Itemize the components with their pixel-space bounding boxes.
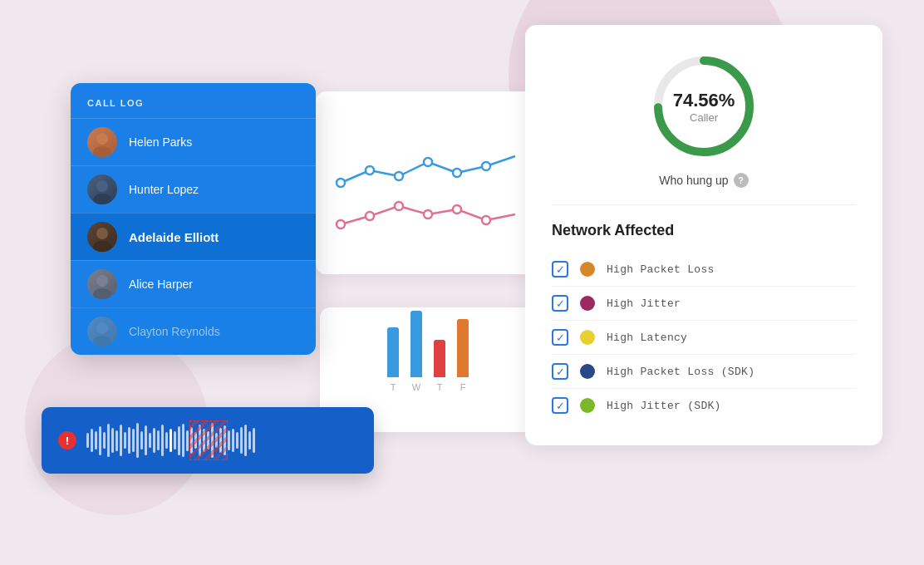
name-helen: Helen Parks (129, 135, 192, 149)
network-item-high-jitter: ✓ High Jitter (552, 287, 856, 321)
avatar-clayton (87, 317, 117, 346)
svg-point-21 (93, 336, 111, 346)
avatar-alice (87, 269, 117, 299)
svg-point-15 (93, 194, 111, 204)
checkbox-high-packet-loss-sdk[interactable]: ✓ (552, 363, 568, 380)
svg-point-16 (96, 228, 108, 239)
who-hung-up: Who hung up ? (659, 173, 748, 188)
svg-point-11 (482, 216, 490, 224)
who-hung-up-text: Who hung up (659, 174, 728, 187)
svg-point-2 (395, 172, 403, 180)
network-affected-title: Network Affected (552, 222, 856, 239)
dot-high-jitter (580, 296, 595, 311)
waveform-visual[interactable] (86, 420, 357, 460)
name-alice: Alice Harper (129, 278, 193, 291)
gauge-percent: 74.56% (673, 90, 735, 111)
bar-w (410, 311, 422, 377)
bar-group-t2: T (434, 340, 445, 392)
bar-t2 (434, 340, 445, 377)
checkmark-4: ✓ (556, 366, 565, 377)
dot-high-jitter-sdk (580, 398, 595, 413)
bar-group-t1: T (387, 327, 399, 392)
error-indicator: ! (58, 431, 76, 450)
bar-chart-inner: T W T F (335, 317, 521, 392)
right-panel: 74.56% Caller Who hung up ? Network Affe… (525, 25, 882, 445)
svg-point-1 (366, 166, 374, 174)
name-adelaide: Adelaide Elliott (129, 230, 219, 244)
svg-point-4 (453, 169, 461, 177)
label-high-packet-loss: High Packet Loss (607, 263, 715, 276)
svg-point-9 (424, 210, 432, 219)
bar-group-f: F (457, 319, 469, 392)
bar-label-t1: T (391, 382, 396, 392)
svg-point-7 (366, 212, 374, 220)
call-log-item-adelaide[interactable]: Adelaide Elliott (71, 213, 316, 260)
bar-label-t2: T (437, 382, 443, 392)
checkbox-high-jitter[interactable]: ✓ (552, 295, 568, 312)
svg-point-10 (453, 205, 461, 214)
svg-point-17 (93, 241, 111, 252)
call-log-panel: CALL LOG Helen Parks Hunter Lopez Adelai… (71, 83, 316, 355)
call-log-item-clayton[interactable]: Clayton Reynolds (71, 307, 316, 355)
line-chart-panel (316, 91, 540, 274)
network-item-high-jitter-sdk: ✓ High Jitter (SDK) (552, 389, 856, 422)
bar-t1 (387, 327, 399, 377)
avatar-helen (87, 127, 117, 157)
label-high-jitter: High Jitter (607, 297, 681, 310)
name-hunter: Hunter Lopez (129, 183, 199, 196)
checkbox-high-jitter-sdk[interactable]: ✓ (552, 397, 568, 414)
svg-point-12 (96, 133, 108, 145)
label-high-latency: High Latency (607, 332, 687, 344)
svg-point-0 (337, 179, 345, 187)
network-item-high-packet-loss: ✓ High Packet Loss (552, 253, 856, 287)
label-high-jitter-sdk: High Jitter (SDK) (607, 400, 721, 412)
svg-point-20 (96, 322, 108, 334)
svg-point-5 (482, 162, 490, 170)
svg-point-3 (424, 158, 432, 166)
waveform-player: ! (42, 407, 374, 474)
svg-point-13 (93, 146, 111, 157)
dot-high-packet-loss-sdk (580, 364, 595, 379)
checkbox-high-packet-loss[interactable]: ✓ (552, 261, 568, 278)
svg-point-19 (93, 288, 111, 299)
line-chart-svg (332, 108, 523, 258)
bar-label-f: F (460, 382, 466, 392)
label-high-packet-loss-sdk: High Packet Loss (SDK) (607, 366, 754, 378)
checkmark-2: ✓ (556, 298, 565, 309)
gauge-container: 74.56% Caller (646, 48, 762, 165)
network-item-high-latency: ✓ High Latency (552, 321, 856, 355)
bar-f (457, 319, 469, 377)
svg-point-6 (337, 220, 345, 228)
dot-high-packet-loss (580, 262, 595, 277)
svg-point-14 (96, 180, 108, 192)
error-region (189, 420, 228, 460)
help-icon[interactable]: ? (734, 173, 749, 188)
name-clayton: Clayton Reynolds (129, 325, 220, 338)
checkmark-5: ✓ (556, 400, 565, 411)
svg-point-18 (96, 275, 108, 287)
gauge-section: 74.56% Caller Who hung up ? (552, 48, 856, 205)
checkmark-3: ✓ (556, 332, 565, 343)
bar-group-w: W (410, 311, 422, 392)
call-log-title: CALL LOG (71, 83, 316, 118)
bar-label-w: W (412, 382, 420, 392)
call-log-item-hunter[interactable]: Hunter Lopez (71, 165, 316, 213)
avatar-hunter (87, 174, 117, 204)
gauge-sublabel: Caller (673, 111, 735, 124)
checkbox-high-latency[interactable]: ✓ (552, 329, 568, 346)
checkmark-1: ✓ (556, 264, 565, 275)
call-log-item-alice[interactable]: Alice Harper (71, 260, 316, 307)
call-log-item-helen[interactable]: Helen Parks (71, 118, 316, 165)
dot-high-latency (580, 330, 595, 345)
network-item-high-packet-loss-sdk: ✓ High Packet Loss (SDK) (552, 355, 856, 389)
gauge-label: 74.56% Caller (673, 90, 735, 124)
avatar-adelaide (87, 222, 117, 252)
svg-point-8 (395, 202, 403, 210)
